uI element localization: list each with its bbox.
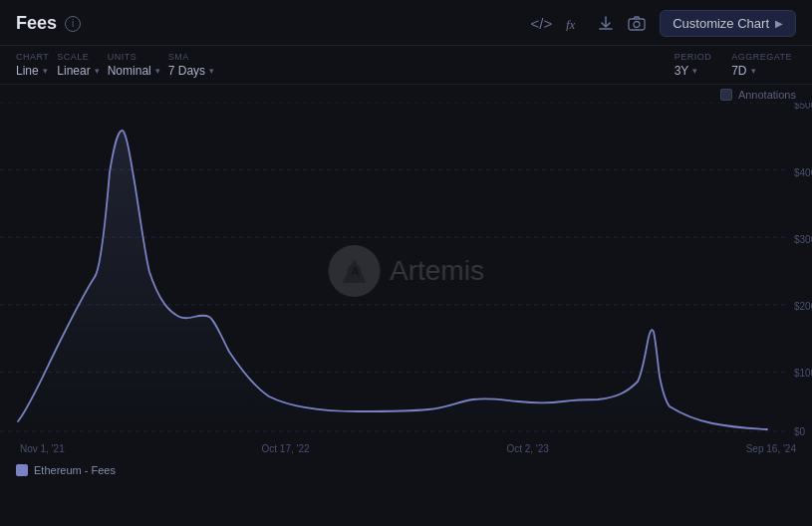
- annotations-row: Annotations: [0, 85, 812, 103]
- svg-text:$400M: $400M: [794, 167, 812, 178]
- scale-label: SCALE: [57, 52, 99, 62]
- sma-control: SMA 7 Days ▾: [168, 52, 214, 78]
- controls-bar: CHART Line ▾ SCALE Linear ▾ UNITS Nomina…: [0, 46, 812, 85]
- x-axis: Nov 1, '21 Oct 17, '22 Oct 2, '23 Sep 16…: [0, 439, 812, 458]
- x-label-4: Sep 16, '24: [746, 443, 796, 454]
- period-label: PERIOD: [675, 52, 712, 62]
- camera-icon[interactable]: [628, 16, 646, 31]
- download-icon[interactable]: [598, 16, 614, 32]
- svg-text:$0: $0: [794, 426, 806, 437]
- sma-label: SMA: [168, 52, 214, 62]
- x-label-1: Nov 1, '21: [20, 443, 65, 454]
- x-label-2: Oct 17, '22: [262, 443, 310, 454]
- x-label-3: Oct 2, '23: [506, 443, 549, 454]
- svg-text:$500M: $500M: [794, 103, 812, 111]
- chevron-down-icon: ▾: [751, 66, 756, 76]
- aggregate-label: AGGREGATE: [731, 52, 792, 62]
- period-select[interactable]: 3Y ▾: [675, 64, 712, 78]
- chevron-down-icon: ▾: [155, 66, 160, 76]
- fx-icon[interactable]: fx: [566, 17, 584, 31]
- code-icon[interactable]: </>: [531, 15, 553, 32]
- chevron-down-icon: ▾: [209, 66, 214, 76]
- chevron-down-icon: ▾: [95, 66, 100, 76]
- svg-point-2: [634, 22, 640, 28]
- svg-text:$300M: $300M: [794, 234, 812, 245]
- svg-rect-1: [629, 19, 645, 30]
- chart-svg: $500M $400M $300M $200M $100M $0: [0, 103, 812, 439]
- header-right: </> fx Customize Chart ▶: [531, 10, 797, 37]
- chevron-down-icon: ▾: [692, 66, 697, 76]
- scale-control: SCALE Linear ▾: [57, 52, 99, 78]
- annotations-toggle[interactable]: Annotations: [720, 89, 796, 101]
- chart-select[interactable]: Line ▾: [16, 64, 49, 78]
- svg-text:$200M: $200M: [794, 301, 812, 312]
- svg-text:$100M: $100M: [794, 368, 812, 379]
- header-left: Fees i: [16, 13, 81, 34]
- scale-select[interactable]: Linear ▾: [57, 64, 99, 78]
- units-select[interactable]: Nominal ▾: [108, 64, 160, 78]
- period-control: PERIOD 3Y ▾: [675, 52, 712, 78]
- sma-select[interactable]: 7 Days ▾: [168, 64, 214, 78]
- info-icon[interactable]: i: [65, 16, 81, 32]
- page-title: Fees: [16, 13, 57, 34]
- customize-chart-button[interactable]: Customize Chart ▶: [660, 10, 796, 37]
- svg-text:fx: fx: [566, 17, 576, 31]
- units-control: UNITS Nominal ▾: [108, 52, 160, 78]
- legend-color-dot: [16, 464, 28, 476]
- annotations-checkbox[interactable]: [720, 89, 732, 101]
- chart-area: $500M $400M $300M $200M $100M $0 A Artem…: [0, 103, 812, 439]
- header: Fees i </> fx Customize Chart ▶: [0, 0, 812, 46]
- period-group: PERIOD 3Y ▾ AGGREGATE 7D ▾: [675, 52, 796, 78]
- chart-label: CHART: [16, 52, 49, 62]
- legend: Ethereum - Fees: [0, 458, 812, 482]
- aggregate-select[interactable]: 7D ▾: [731, 64, 792, 78]
- chevron-right-icon: ▶: [775, 18, 783, 29]
- units-label: UNITS: [108, 52, 160, 62]
- chevron-down-icon: ▾: [43, 66, 48, 76]
- aggregate-control: AGGREGATE 7D ▾: [731, 52, 792, 78]
- legend-label: Ethereum - Fees: [34, 464, 116, 476]
- chart-control: CHART Line ▾: [16, 52, 49, 78]
